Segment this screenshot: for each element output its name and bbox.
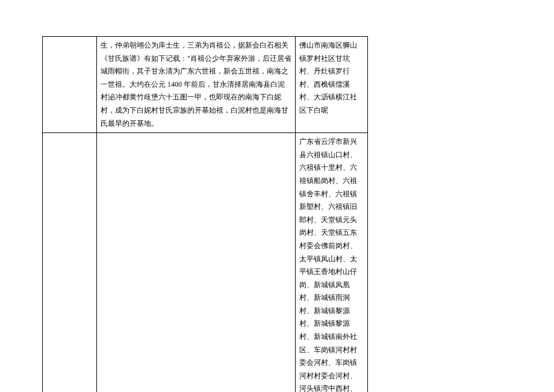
villages-text: 广东省云浮市新兴县六祖镇山口村、六祖镇十里村、六祖镇船岗村、六祖镇舍丰村、六祖镇… <box>299 135 364 392</box>
desc-text: 生，仲弟朝翊公为庠士生，三弟为肖祖公，据新会白石相关《甘氏族谱》有如下记载："肖… <box>101 41 291 128</box>
region-cell <box>43 37 97 133</box>
document-page: 生，仲弟朝翊公为庠士生，三弟为肖祖公，据新会白石相关《甘氏族谱》有如下记载："肖… <box>0 0 554 392</box>
description-cell: 生，仲弟朝翊公为庠士生，三弟为肖祖公，据新会白石相关《甘氏族谱》有如下记载："肖… <box>97 37 296 133</box>
genealogy-table: 生，仲弟朝翊公为庠士生，三弟为肖祖公，据新会白石相关《甘氏族谱》有如下记载："肖… <box>42 36 512 392</box>
region-cell: 广东省云浮市 <box>43 133 97 392</box>
description-cell <box>97 133 296 392</box>
villages-cell: 佛山市南海区狮山镇罗村社区甘坑村、丹灶镇罗行村、西樵镇儒溪村、大沥镇横江社区下白… <box>296 37 368 133</box>
villages-text: 佛山市南海区狮山镇罗村社区甘坑村、丹灶镇罗行村、西樵镇儒溪村、大沥镇横江社区下白… <box>299 41 357 114</box>
villages-cell: 广东省云浮市新兴县六祖镇山口村、六祖镇十里村、六祖镇船岗村、六祖镇舍丰村、六祖镇… <box>296 133 368 392</box>
table-row: 广东省云浮市 广东省云浮市新兴县六祖镇山口村、六祖镇十里村、六祖镇船岗村、六祖镇… <box>43 133 512 392</box>
table-row: 生，仲弟朝翊公为庠士生，三弟为肖祖公，据新会白石相关《甘氏族谱》有如下记载："肖… <box>43 37 512 133</box>
